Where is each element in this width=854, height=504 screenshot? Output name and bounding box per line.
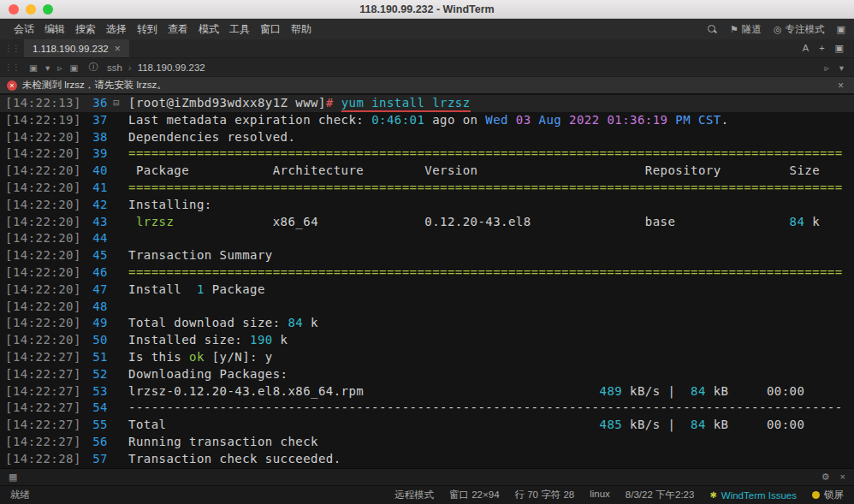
- menu-item[interactable]: 编辑: [39, 22, 70, 37]
- terminal-line: [14:22:27]52Downloading Packages:: [0, 366, 854, 383]
- terminal-line: [14:22:20]49Total download size: 84 k: [0, 315, 854, 332]
- terminal-line: [14:22:20]42Installing:: [0, 197, 854, 214]
- line-text: Total download size: 84 k: [125, 315, 318, 332]
- menu-item[interactable]: 搜索: [70, 22, 101, 37]
- tool-icon[interactable]: ▹: [57, 62, 62, 73]
- status-item[interactable]: 8/3/22 下午2:23: [626, 489, 695, 501]
- menubar: 会话编辑搜索选择转到查看模式工具窗口帮助 ⚑ 隧道 ◎ 专注模式 ▣: [0, 19, 854, 39]
- timestamp: [14:22:20]: [0, 247, 81, 264]
- fold-marker-icon[interactable]: ⊟: [108, 95, 125, 112]
- status-item[interactable]: 窗口 22×94: [449, 489, 500, 501]
- search-icon[interactable]: [707, 24, 718, 35]
- tool-icon[interactable]: ▹: [824, 62, 828, 73]
- line-number: 56: [81, 434, 108, 451]
- panel-strip: ▦ ⚙×: [0, 468, 854, 485]
- focus-mode-button[interactable]: ◎ 专注模式: [774, 23, 825, 36]
- fold-marker-icon: [108, 230, 125, 247]
- breadcrumb: ssh › 118.190.99.232: [107, 62, 205, 73]
- timestamp: [14:22:20]: [0, 332, 81, 349]
- terminal[interactable]: [14:22:13]36⊟[root@iZmbd93wdxx8y1Z www]#…: [0, 93, 854, 468]
- menu-item[interactable]: 会话: [9, 22, 39, 37]
- tool-icon[interactable]: ▾: [839, 62, 844, 73]
- lock-icon: [812, 491, 820, 499]
- info-icon[interactable]: ⓘ: [83, 61, 104, 74]
- layout-icon[interactable]: ▣: [837, 24, 845, 35]
- fold-marker-icon: [108, 332, 125, 349]
- timestamp: [14:22:20]: [0, 230, 81, 247]
- line-number: 43: [81, 214, 108, 231]
- line-number: 53: [81, 383, 108, 400]
- fold-marker-icon: [108, 451, 125, 468]
- chevron-icon: ›: [128, 62, 132, 73]
- line-number: 40: [81, 163, 108, 180]
- line-text: lrzsz-0.12.20-43.el8.x86_64.rpm 489 kB/s…: [125, 383, 804, 400]
- traffic-lights: [9, 4, 53, 15]
- menu-item[interactable]: 选择: [101, 22, 132, 37]
- notification-close-icon[interactable]: ×: [838, 80, 847, 92]
- lock-label: 锁屏: [824, 489, 844, 501]
- terminal-line: [14:22:20]41============================…: [0, 180, 854, 197]
- panel-strip-icons: ⚙×: [821, 471, 845, 483]
- titlebar: 118.190.99.232 - WindTerm: [0, 0, 854, 19]
- line-text: [125, 299, 128, 316]
- status-item[interactable]: 远程模式: [394, 489, 434, 501]
- timestamp: [14:22:27]: [0, 349, 81, 366]
- close-window-button[interactable]: [9, 4, 19, 15]
- panel-icon[interactable]: ⚙: [821, 471, 830, 483]
- fold-marker-icon: [108, 180, 125, 197]
- toolbar-icons: ▣▾▹▣: [24, 62, 83, 73]
- terminal-line: [14:22:20]39============================…: [0, 145, 854, 163]
- breadcrumb-host[interactable]: 118.190.99.232: [138, 62, 205, 73]
- tab-button[interactable]: A: [803, 43, 809, 54]
- status-item[interactable]: linux: [590, 489, 610, 501]
- toolbar: ⋮⋮ ▣▾▹▣ ⓘ ssh › 118.190.99.232 ▹▾: [0, 58, 854, 77]
- drag-grip-icon[interactable]: ⋮⋮: [0, 62, 24, 72]
- session-tab[interactable]: 1.118.190.99.232 ×: [24, 39, 129, 57]
- window-title: 118.190.99.232 - WindTerm: [0, 3, 854, 15]
- menu-item[interactable]: 窗口: [255, 22, 286, 37]
- line-number: 52: [81, 366, 108, 383]
- tool-icon[interactable]: ▣: [69, 62, 78, 73]
- minimize-window-button[interactable]: [26, 4, 36, 15]
- paw-icon: ✱: [709, 490, 716, 500]
- tunnel-label: 隧道: [742, 23, 762, 36]
- terminal-line: [14:22:20]40 Package Architecture Versio…: [0, 163, 854, 180]
- tool-icon[interactable]: ▾: [45, 62, 50, 73]
- notification-bar: × 未检测到 lrzsz，请先安装 lrzsz。 ×: [0, 77, 854, 93]
- tab-button[interactable]: +: [819, 43, 824, 54]
- statusbar: 就绪 远程模式窗口 22×94行 70 字符 28linux8/3/22 下午2…: [0, 485, 854, 504]
- terminal-line: [14:22:13]36⊟[root@iZmbd93wdxx8y1Z www]#…: [0, 95, 854, 112]
- timestamp: [14:22:20]: [0, 163, 81, 180]
- terminal-panel-icon[interactable]: ▦: [9, 471, 17, 483]
- line-number: 42: [81, 197, 108, 214]
- tool-icon[interactable]: ▣: [29, 62, 38, 73]
- drag-grip-icon[interactable]: ⋮⋮: [0, 44, 24, 53]
- tab-close-icon[interactable]: ×: [115, 43, 121, 55]
- menu-item[interactable]: 查看: [163, 22, 193, 37]
- error-icon: ×: [7, 80, 17, 91]
- tab-button[interactable]: ▣: [835, 43, 844, 54]
- timestamp: [14:22:27]: [0, 417, 81, 434]
- line-text: Installing:: [125, 197, 212, 214]
- fold-marker-icon: [108, 282, 125, 299]
- panel-icon[interactable]: ×: [840, 471, 845, 483]
- zoom-window-button[interactable]: [43, 4, 53, 15]
- fold-marker-icon: [108, 349, 125, 366]
- tunnel-button[interactable]: ⚑ 隧道: [730, 23, 762, 36]
- status-ready: 就绪: [10, 489, 30, 501]
- lock-screen-button[interactable]: 锁屏: [812, 489, 844, 501]
- timestamp: [14:22:20]: [0, 129, 81, 146]
- menu-item[interactable]: 帮助: [286, 22, 317, 37]
- line-text: ----------------------------------------…: [125, 400, 843, 417]
- menu-item[interactable]: 转到: [132, 22, 163, 37]
- windterm-issues-link[interactable]: ✱ WindTerm Issues: [709, 490, 797, 501]
- menu-item[interactable]: 模式: [193, 22, 224, 37]
- status-item[interactable]: 行 70 字符 28: [515, 489, 575, 501]
- line-text: ========================================…: [125, 145, 843, 163]
- line-number: 44: [81, 230, 108, 247]
- breadcrumb-protocol[interactable]: ssh: [107, 62, 122, 73]
- fold-marker-icon: [108, 366, 125, 383]
- menu-item[interactable]: 工具: [224, 22, 255, 37]
- terminal-line: [14:22:27]53lrzsz-0.12.20-43.el8.x86_64.…: [0, 383, 854, 400]
- terminal-line: [14:22:20]44: [0, 230, 854, 247]
